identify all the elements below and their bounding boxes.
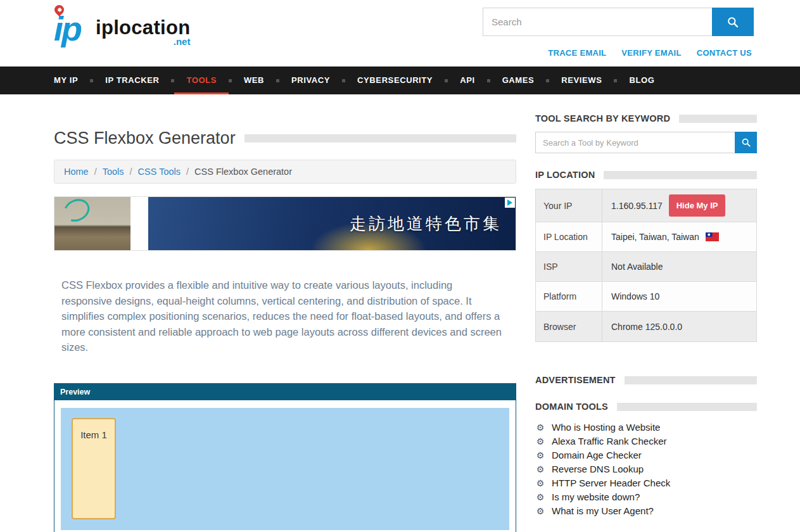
gear-icon: ⚙	[535, 462, 545, 476]
main-column: CSS Flexbox Generator Home / Tools / CSS…	[54, 113, 516, 532]
nav-web[interactable]: WEB	[232, 66, 276, 94]
breadcrumb: Home / Tools / CSS Tools / CSS Flexbox G…	[54, 160, 516, 184]
domain-tools-list: ⚙ Who is Hosting a Website ⚙ Alexa Traff…	[535, 421, 757, 518]
breadcrumb-tools[interactable]: Tools	[103, 167, 124, 177]
nav-reviews[interactable]: REVIEWS	[549, 66, 614, 94]
browser-value: Chrome 125.0.0.0	[611, 322, 682, 332]
title-decoration-bar	[244, 134, 516, 142]
preview-body: Item 1	[54, 400, 516, 532]
tool-link-alexa-rank[interactable]: Alexa Traffic Rank Checker	[552, 434, 666, 448]
tool-link-website-down[interactable]: Is my website down?	[552, 490, 640, 504]
heading-decoration-bar	[604, 171, 757, 179]
ip-location-heading-row: IP LOCATION	[535, 170, 757, 180]
contact-us-link[interactable]: CONTACT US	[697, 48, 752, 58]
row-value: Windows 10	[602, 282, 756, 311]
nav-blog[interactable]: BLOG	[617, 66, 666, 94]
heading-decoration-bar	[625, 376, 757, 384]
domain-tools-heading-row: DOMAIN TOOLS	[535, 402, 757, 412]
nav-privacy[interactable]: PRIVACY	[279, 66, 342, 94]
ad-choices-icon[interactable]	[505, 198, 515, 208]
tool-link-user-agent[interactable]: What is my User Agent?	[552, 504, 654, 518]
table-row: Browser Chrome 125.0.0.0	[536, 312, 756, 341]
preview-header: Preview	[54, 384, 516, 400]
ip-location-value: Taipei, Taiwan, Taiwan	[611, 232, 699, 242]
table-row: Your IP 1.160.95.117 Hide My IP	[536, 189, 756, 222]
breadcrumb-home[interactable]: Home	[64, 167, 89, 177]
page: ip iplocation .net TRACE EMAIL VERIFY EM…	[0, 0, 800, 532]
tool-link-http-header[interactable]: HTTP Server Header Check	[552, 476, 670, 490]
ad-banner[interactable]: 走訪地道特色市集	[54, 196, 516, 251]
nav-api[interactable]: API	[448, 66, 486, 94]
list-item: ⚙ HTTP Server Header Check	[535, 476, 757, 490]
header-search	[483, 8, 754, 36]
page-title: CSS Flexbox Generator	[54, 129, 236, 148]
breadcrumb-current: CSS Flexbox Generator	[194, 167, 292, 177]
logo[interactable]: ip iplocation .net	[54, 5, 190, 52]
verify-email-link[interactable]: VERIFY EMAIL	[621, 48, 681, 58]
row-label: Browser	[536, 312, 602, 341]
gear-icon: ⚙	[535, 421, 545, 434]
list-item: ⚙ Is my website down?	[535, 490, 757, 504]
tool-search-heading-row: TOOL SEARCH BY KEYWORD	[535, 113, 757, 124]
tool-search-button[interactable]	[735, 132, 757, 153]
list-item: ⚙ Who is Hosting a Website	[535, 421, 757, 434]
logo-icon: ip	[54, 5, 93, 52]
ad-text: 走訪地道特色市集	[350, 213, 502, 235]
tool-search	[535, 132, 757, 153]
search-icon	[727, 16, 739, 28]
content-area: CSS Flexbox Generator Home / Tools / CSS…	[0, 94, 800, 532]
title-row: CSS Flexbox Generator	[54, 129, 516, 148]
list-item: ⚙ Alexa Traffic Rank Checker	[535, 434, 757, 448]
heading-decoration-bar	[679, 115, 757, 123]
ad-photo-main: 走訪地道特色市集	[148, 197, 516, 250]
tool-search-input[interactable]	[535, 132, 735, 153]
breadcrumb-separator: /	[186, 167, 189, 177]
tool-description: CSS Flexbox provides a flexible and intu…	[61, 277, 505, 355]
tool-search-heading: TOOL SEARCH BY KEYWORD	[535, 113, 670, 124]
isp-value: Not Available	[611, 262, 663, 272]
trace-email-link[interactable]: TRACE EMAIL	[548, 48, 606, 58]
gear-icon: ⚙	[535, 490, 545, 504]
ad-gap	[130, 197, 148, 250]
tool-link-reverse-dns[interactable]: Reverse DNS Lookup	[552, 462, 644, 476]
header-links: TRACE EMAIL VERIFY EMAIL CONTACT US	[548, 48, 752, 58]
logo-wordmark: iplocation .net	[96, 16, 190, 47]
flex-preview-container: Item 1	[61, 408, 509, 530]
row-value: Not Available	[602, 252, 756, 281]
breadcrumb-separator: /	[94, 167, 97, 177]
gear-icon: ⚙	[535, 434, 545, 448]
row-label: Platform	[536, 282, 602, 311]
ad-choices-triangle	[507, 200, 512, 206]
gear-icon: ⚙	[535, 448, 545, 462]
row-value: Taipei, Taiwan, Taiwan	[602, 222, 756, 251]
nav-cybersecurity[interactable]: CYBERSECURITY	[345, 66, 445, 94]
ip-location-heading: IP LOCATION	[535, 170, 595, 180]
tool-link-whois-hosting[interactable]: Who is Hosting a Website	[552, 421, 660, 434]
row-label: Your IP	[536, 189, 602, 222]
nav-tools[interactable]: TOOLS	[174, 66, 229, 94]
hide-my-ip-button[interactable]: Hide My IP	[669, 194, 726, 217]
breadcrumb-css-tools[interactable]: CSS Tools	[138, 167, 181, 177]
search-input[interactable]	[483, 8, 712, 36]
ad-photo-left	[54, 197, 130, 250]
nav-ip-tracker[interactable]: IP TRACKER	[93, 66, 171, 94]
platform-value: Windows 10	[611, 291, 659, 301]
ip-location-table: Your IP 1.160.95.117 Hide My IP IP Locat…	[535, 189, 757, 342]
nav-my-ip[interactable]: MY IP	[54, 66, 90, 94]
tool-link-domain-age[interactable]: Domain Age Checker	[552, 448, 642, 462]
preview-panel: Preview Item 1	[54, 383, 516, 532]
nav-games[interactable]: GAMES	[490, 66, 547, 94]
main-nav: MY IP IP TRACKER TOOLS WEB PRIVACY CYBER…	[0, 66, 800, 94]
list-item: ⚙ Domain Age Checker	[535, 448, 757, 462]
breadcrumb-separator: /	[130, 167, 132, 177]
advertisement-heading: ADVERTISEMENT	[535, 375, 616, 385]
heading-decoration-bar	[617, 403, 757, 411]
taiwan-flag-icon	[706, 232, 719, 241]
table-row: ISP Not Available	[536, 252, 756, 282]
domain-tools-heading: DOMAIN TOOLS	[535, 402, 608, 412]
search-button[interactable]	[712, 8, 754, 36]
advertisement-heading-row: ADVERTISEMENT	[535, 375, 757, 385]
row-value: 1.160.95.117 Hide My IP	[602, 189, 756, 222]
list-item: ⚙ What is my User Agent?	[535, 504, 757, 518]
table-row: Platform Windows 10	[536, 282, 756, 312]
